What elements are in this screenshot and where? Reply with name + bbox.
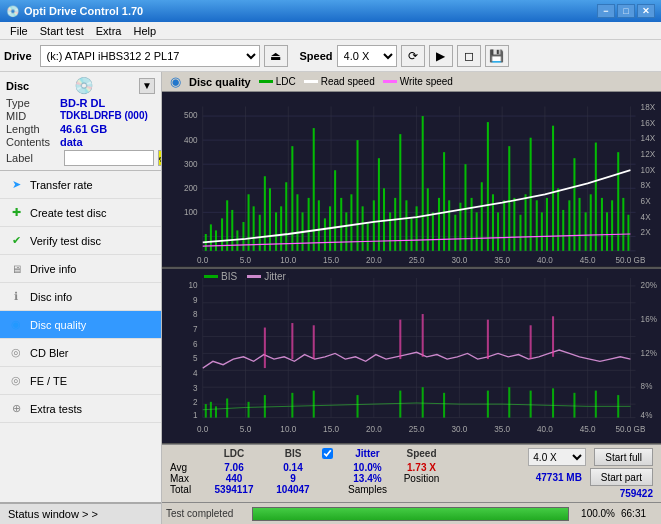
drive-info-icon: 🖥	[8, 261, 24, 277]
stats-table-area: LDC BIS Jitter Speed Avg 7.06 0.14	[170, 448, 485, 495]
svg-text:25.0: 25.0	[409, 254, 425, 265]
progress-time: 66:31	[621, 508, 657, 519]
svg-rect-183	[508, 387, 510, 417]
sidebar-item-disc-info-label: Disc info	[30, 291, 72, 303]
refresh-button[interactable]: ⟳	[401, 45, 425, 67]
minimize-button[interactable]: −	[597, 4, 615, 18]
start-part-button[interactable]: Start part	[590, 468, 653, 486]
svg-rect-193	[422, 314, 424, 357]
svg-text:5.0: 5.0	[240, 423, 252, 433]
svg-rect-117	[601, 198, 603, 251]
max-ldc: 440	[204, 473, 264, 484]
legend-bis-label: BIS	[221, 271, 237, 282]
svg-rect-113	[579, 198, 581, 251]
jitter-checkbox[interactable]	[322, 448, 333, 459]
svg-rect-110	[562, 210, 564, 251]
sidebar-item-cd-bler[interactable]: ◎ CD Bler	[0, 339, 161, 367]
sidebar-item-cd-bler-label: CD Bler	[30, 347, 69, 359]
sidebar-item-fe-te[interactable]: ◎ FE / TE	[0, 367, 161, 395]
menu-start-test[interactable]: Start test	[34, 24, 90, 38]
sidebar-item-create-test-disc[interactable]: ✚ Create test disc	[0, 199, 161, 227]
svg-text:20.0: 20.0	[366, 254, 382, 265]
maximize-button[interactable]: □	[617, 4, 635, 18]
stats-headers: LDC BIS Jitter Speed	[170, 448, 485, 461]
sidebar-item-drive-info[interactable]: 🖥 Drive info	[0, 255, 161, 283]
disc-options-button[interactable]: ▼	[139, 78, 155, 94]
legend-read-speed: Read speed	[304, 76, 375, 87]
svg-rect-81	[405, 200, 407, 251]
close-button[interactable]: ✕	[637, 4, 655, 18]
svg-rect-122	[627, 215, 629, 251]
svg-text:7: 7	[193, 323, 198, 333]
svg-text:40.0: 40.0	[537, 423, 553, 433]
disc-length-label: Length	[6, 123, 60, 135]
svg-rect-76	[378, 158, 380, 251]
sidebar-item-disc-quality[interactable]: ◉ Disc quality	[0, 311, 161, 339]
disc-mid-label: MID	[6, 110, 60, 122]
svg-rect-61	[296, 194, 298, 251]
svg-text:200: 200	[184, 182, 198, 193]
drive-select[interactable]: (k:) ATAPI iHBS312 2 PL17	[40, 45, 260, 67]
svg-rect-101	[513, 198, 515, 251]
lower-chart-legend: BIS Jitter	[204, 271, 286, 282]
status-window-label: Status window > >	[8, 508, 98, 520]
svg-rect-111	[568, 200, 570, 251]
start-full-button[interactable]: Start full	[594, 448, 653, 466]
sidebar-item-create-test-disc-label: Create test disc	[30, 207, 106, 219]
svg-text:30.0: 30.0	[451, 423, 467, 433]
svg-rect-187	[595, 390, 597, 417]
svg-rect-66	[324, 218, 326, 250]
refresh-icon: ⟳	[408, 49, 418, 63]
svg-text:4%: 4%	[641, 409, 653, 419]
svg-rect-180	[422, 387, 424, 417]
svg-rect-115	[590, 194, 592, 251]
play-button[interactable]: ▶	[429, 45, 453, 67]
speed-label: Speed	[300, 50, 333, 62]
legend-read-speed-color	[304, 80, 318, 83]
speed-select-toolbar[interactable]: 4.0 X 1.0 X 2.0 X 8.0 X Max	[337, 45, 397, 67]
sidebar-item-transfer-rate[interactable]: ➤ Transfer rate	[0, 171, 161, 199]
play-icon: ▶	[436, 49, 445, 63]
progress-bar-area: Test completed 100.0% 66:31	[162, 502, 661, 524]
svg-text:16X: 16X	[641, 117, 656, 128]
svg-rect-59	[285, 182, 287, 251]
svg-rect-172	[215, 406, 217, 417]
svg-rect-70	[345, 212, 347, 251]
sidebar-item-disc-info[interactable]: ℹ Disc info	[0, 283, 161, 311]
svg-rect-80	[399, 134, 401, 251]
sidebar-item-verify-test-disc-label: Verify test disc	[30, 235, 101, 247]
position-label: Position	[399, 473, 444, 484]
disc-mid-value: TDKBLDRFB (000)	[60, 110, 148, 122]
svg-rect-176	[291, 392, 293, 417]
menu-help[interactable]: Help	[127, 24, 162, 38]
svg-rect-102	[519, 215, 521, 251]
status-window-button[interactable]: Status window > >	[0, 502, 161, 524]
svg-rect-74	[367, 222, 369, 251]
svg-text:35.0: 35.0	[494, 254, 510, 265]
sidebar-item-verify-test-disc[interactable]: ✔ Verify test disc	[0, 227, 161, 255]
eject-icon: ⏏	[270, 49, 281, 63]
svg-rect-87	[438, 198, 440, 251]
menu-file[interactable]: File	[4, 24, 34, 38]
stats-header-empty	[170, 448, 200, 461]
svg-rect-118	[606, 212, 608, 251]
svg-rect-68	[334, 170, 336, 251]
svg-rect-45	[210, 224, 212, 250]
eraser-button[interactable]: ◻	[457, 45, 481, 67]
disc-label-input[interactable]	[64, 150, 154, 166]
save-button[interactable]: 💾	[485, 45, 509, 67]
upper-chart: 500 400 300 200 100 18X 16X 14X 12X 10X …	[162, 92, 661, 268]
sidebar-item-extra-tests[interactable]: ⊕ Extra tests	[0, 395, 161, 423]
svg-text:0.0: 0.0	[197, 254, 208, 265]
svg-rect-179	[399, 390, 401, 417]
eject-button[interactable]: ⏏	[264, 45, 288, 67]
svg-rect-90	[454, 215, 456, 251]
menu-extra[interactable]: Extra	[90, 24, 128, 38]
svg-rect-106	[541, 212, 543, 251]
save-icon: 💾	[489, 49, 504, 63]
svg-text:8: 8	[193, 309, 198, 319]
svg-text:5.0: 5.0	[240, 254, 251, 265]
speed-select-chart[interactable]: 4.0 X	[528, 448, 586, 466]
svg-text:14X: 14X	[641, 133, 656, 144]
svg-rect-175	[264, 395, 266, 418]
